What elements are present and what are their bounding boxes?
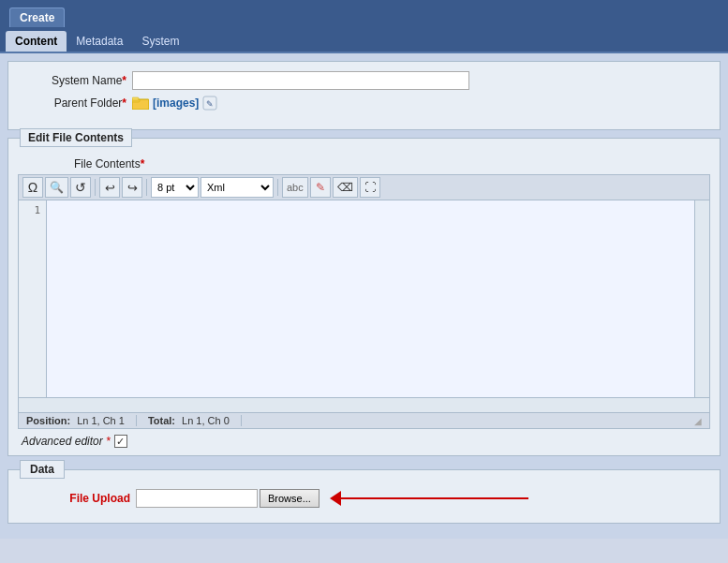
- svg-text:✎: ✎: [206, 99, 214, 109]
- arrow-indicator: [331, 491, 528, 506]
- top-form-section: System Name* Parent Folder* [images] ✎: [7, 61, 721, 130]
- file-upload-label: File Upload: [18, 492, 130, 505]
- browse-button[interactable]: Browse...: [260, 489, 319, 508]
- svg-rect-2: [132, 97, 139, 100]
- advanced-editor-label: Advanced editor *: [22, 435, 111, 448]
- code-scrollbar[interactable]: [694, 200, 709, 397]
- tab-nav: Content Metadata System: [0, 27, 728, 53]
- toolbar-tag-btn[interactable]: ✎: [310, 177, 331, 198]
- system-name-input[interactable]: [132, 71, 469, 90]
- toolbar-sep-3: [277, 179, 278, 196]
- arrow-head: [330, 491, 341, 506]
- font-size-select[interactable]: 8 pt 10 pt 12 pt 14 pt: [151, 177, 199, 198]
- parent-folder-label: Parent Folder*: [23, 96, 126, 110]
- h-scrollbar[interactable]: [19, 397, 709, 412]
- system-name-row: System Name*: [23, 71, 705, 90]
- file-contents-label: File Contents*: [74, 157, 710, 170]
- position-segment: Position: Ln 1, Ch 1: [26, 415, 137, 426]
- file-upload-input[interactable]: [136, 489, 258, 508]
- folder-name-link[interactable]: [images]: [153, 96, 199, 110]
- toolbar-refresh-btn[interactable]: ↺: [70, 177, 91, 198]
- toolbar-omega-btn[interactable]: Ω: [22, 177, 43, 198]
- edit-file-contents-title: Edit File Contents: [20, 128, 132, 147]
- toolbar-eraser-btn[interactable]: ⌫: [333, 177, 358, 198]
- advanced-editor-row: Advanced editor *: [22, 435, 710, 448]
- toolbar-spell-btn[interactable]: abc: [282, 177, 308, 198]
- data-panel: Data File Upload Browse...: [7, 469, 721, 524]
- tab-metadata[interactable]: Metadata: [67, 31, 132, 52]
- total-segment: Total: Ln 1, Ch 0: [148, 415, 242, 426]
- code-editor-textarea[interactable]: [47, 200, 694, 397]
- data-panel-title: Data: [20, 460, 65, 479]
- edit-file-contents-panel: Edit File Contents File Contents* Ω 🔍 ↺: [7, 138, 721, 456]
- toolbar-search-btn[interactable]: 🔍: [45, 177, 68, 198]
- parent-folder-row: Parent Folder* [images] ✎: [23, 96, 705, 111]
- system-name-label: System Name*: [23, 74, 126, 87]
- header: Create Content Metadata System: [0, 0, 728, 53]
- code-editor-inner: 1: [19, 200, 709, 397]
- edit-file-contents-body: File Contents* Ω 🔍 ↺ ↩ ↪: [8, 142, 720, 455]
- arrow-line: [341, 497, 528, 499]
- create-tab[interactable]: Create: [9, 7, 65, 27]
- tab-content[interactable]: Content: [6, 31, 67, 52]
- data-panel-body: File Upload Browse...: [8, 470, 720, 523]
- folder-row: [images] ✎: [132, 96, 217, 111]
- advanced-editor-checkbox[interactable]: [114, 435, 127, 448]
- toolbar-sep-1: [95, 179, 96, 196]
- line-numbers: 1: [19, 200, 47, 397]
- editor-toolbar: Ω 🔍 ↺ ↩ ↪ 8 pt 10 pt: [18, 174, 710, 200]
- resize-handle[interactable]: ◢: [694, 416, 702, 426]
- folder-icon: [132, 96, 149, 110]
- toolbar-sep-2: [146, 179, 147, 196]
- parent-folder-required: *: [122, 96, 126, 110]
- code-editor-wrapper: 1: [18, 200, 710, 413]
- main-content: System Name* Parent Folder* [images] ✎: [0, 53, 728, 539]
- status-bar: Position: Ln 1, Ch 1 Total: Ln 1, Ch 0 ◢: [18, 413, 710, 429]
- tab-system[interactable]: System: [132, 31, 188, 52]
- folder-action-icon[interactable]: ✎: [202, 96, 217, 111]
- toolbar-redo-btn[interactable]: ↪: [122, 177, 142, 198]
- toolbar-undo-btn[interactable]: ↩: [99, 177, 120, 198]
- toolbar-fullscreen-btn[interactable]: ⛶: [360, 177, 380, 198]
- system-name-required: *: [122, 74, 126, 87]
- language-select[interactable]: Xml HTML CSS JavaScript: [201, 177, 274, 198]
